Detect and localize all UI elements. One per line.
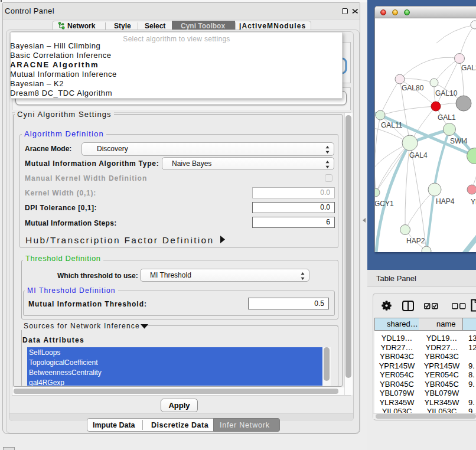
svg-text:YM: YM — [471, 198, 476, 206]
svg-text:GAL10: GAL10 — [435, 89, 458, 97]
svg-text:GAL80: GAL80 — [402, 84, 424, 92]
svg-text:HAP2: HAP2 — [406, 237, 425, 245]
svg-text:GAL1: GAL1 — [438, 113, 456, 122]
svg-text:GAL4: GAL4 — [409, 151, 428, 159]
svg-text:GAL2: GAL2 — [461, 64, 476, 72]
svg-text:GAL11: GAL11 — [381, 121, 403, 129]
svg-text:HAP4: HAP4 — [436, 197, 455, 206]
svg-text:GCY1: GCY1 — [375, 200, 394, 208]
svg-text:SWI4: SWI4 — [450, 137, 468, 145]
